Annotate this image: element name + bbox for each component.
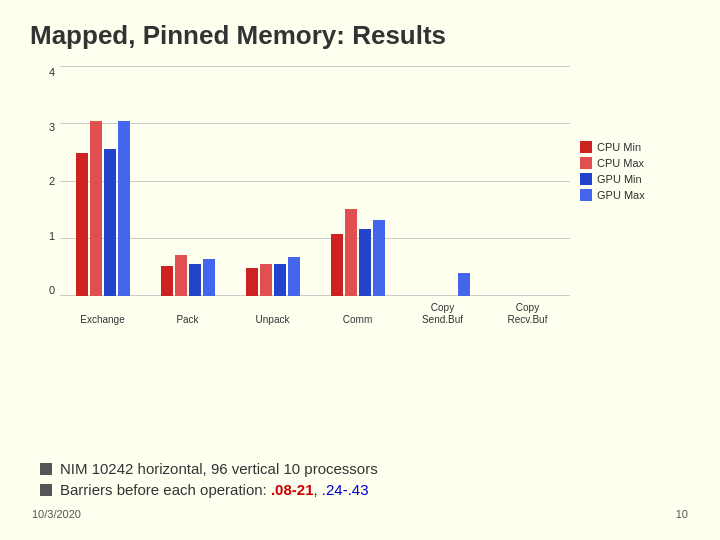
bar-cpuMin-2 <box>246 268 258 296</box>
bar-group-2 <box>230 257 315 296</box>
legend-label-gpu-max: GPU Max <box>597 189 645 201</box>
bullet-row-1: NIM 10242 horizontal, 96 vertical 10 pro… <box>40 460 680 477</box>
legend-item-cpu-min: CPU Min <box>580 141 690 153</box>
bar-gpuMax-3 <box>373 220 385 296</box>
bars-area <box>60 66 570 296</box>
bullet-text-2: Barriers before each operation: .08-21, … <box>60 481 369 498</box>
bar-cpuMin-0 <box>76 153 88 296</box>
highlight-red: .08-21 <box>271 481 314 498</box>
bullet-square-1 <box>40 463 52 475</box>
y-label-1: 1 <box>49 230 55 242</box>
legend-label-cpu-min: CPU Min <box>597 141 641 153</box>
y-label-0: 0 <box>49 284 55 296</box>
page-title: Mapped, Pinned Memory: Results <box>30 20 690 51</box>
legend-box-cpu-min <box>580 141 592 153</box>
chart-area: 4 3 2 1 0 ExchangePackUnpackCom <box>30 61 690 452</box>
bar-group-0 <box>60 121 145 296</box>
legend: CPU Min CPU Max GPU Min GPU Max <box>580 61 690 452</box>
legend-box-cpu-max <box>580 157 592 169</box>
legend-item-gpu-min: GPU Min <box>580 173 690 185</box>
footer-date: 10/3/2020 <box>32 508 81 520</box>
bar-gpuMin-2 <box>274 264 286 296</box>
x-label-0: Exchange <box>60 296 145 326</box>
slide: Mapped, Pinned Memory: Results 4 3 2 1 0 <box>0 0 720 540</box>
bar-group-4 <box>400 273 485 296</box>
y-label-4: 4 <box>49 66 55 78</box>
bar-cpuMin-1 <box>161 266 173 296</box>
legend-label-gpu-min: GPU Min <box>597 173 642 185</box>
x-label-5: CopyRecv.Buf <box>485 296 570 326</box>
bar-group-3 <box>315 209 400 296</box>
bar-cpuMax-3 <box>345 209 357 296</box>
x-label-2: Unpack <box>230 296 315 326</box>
bullet-text-1: NIM 10242 horizontal, 96 vertical 10 pro… <box>60 460 378 477</box>
legend-box-gpu-min <box>580 173 592 185</box>
legend-item-gpu-max: GPU Max <box>580 189 690 201</box>
bar-gpuMin-3 <box>359 229 371 296</box>
legend-box-gpu-max <box>580 189 592 201</box>
footer-page: 10 <box>676 508 688 520</box>
bottom-section: NIM 10242 horizontal, 96 vertical 10 pro… <box>30 460 690 502</box>
bar-gpuMin-1 <box>189 264 201 296</box>
chart-inner: 4 3 2 1 0 ExchangePackUnpackCom <box>30 66 570 326</box>
legend-item-cpu-max: CPU Max <box>580 157 690 169</box>
y-label-2: 2 <box>49 175 55 187</box>
bar-gpuMax-4 <box>458 273 470 296</box>
x-label-3: Comm <box>315 296 400 326</box>
chart-container: 4 3 2 1 0 ExchangePackUnpackCom <box>30 61 570 452</box>
highlight-blue: .24-.43 <box>322 481 369 498</box>
y-label-3: 3 <box>49 121 55 133</box>
legend-label-cpu-max: CPU Max <box>597 157 644 169</box>
bar-cpuMax-2 <box>260 264 272 296</box>
bar-cpuMax-0 <box>90 121 102 296</box>
bar-gpuMax-1 <box>203 259 215 296</box>
bar-group-1 <box>145 255 230 296</box>
y-axis: 4 3 2 1 0 <box>30 66 60 296</box>
bullet-square-2 <box>40 484 52 496</box>
footer: 10/3/2020 10 <box>30 508 690 520</box>
bar-cpuMax-1 <box>175 255 187 296</box>
bar-cpuMin-3 <box>331 234 343 296</box>
x-label-4: CopySend.Buf <box>400 296 485 326</box>
bar-gpuMax-0 <box>118 121 130 296</box>
bullet-row-2: Barriers before each operation: .08-21, … <box>40 481 680 498</box>
x-labels: ExchangePackUnpackCommCopySend.BufCopyRe… <box>60 296 570 326</box>
bar-gpuMin-0 <box>104 149 116 296</box>
bar-gpuMax-2 <box>288 257 300 296</box>
x-label-1: Pack <box>145 296 230 326</box>
